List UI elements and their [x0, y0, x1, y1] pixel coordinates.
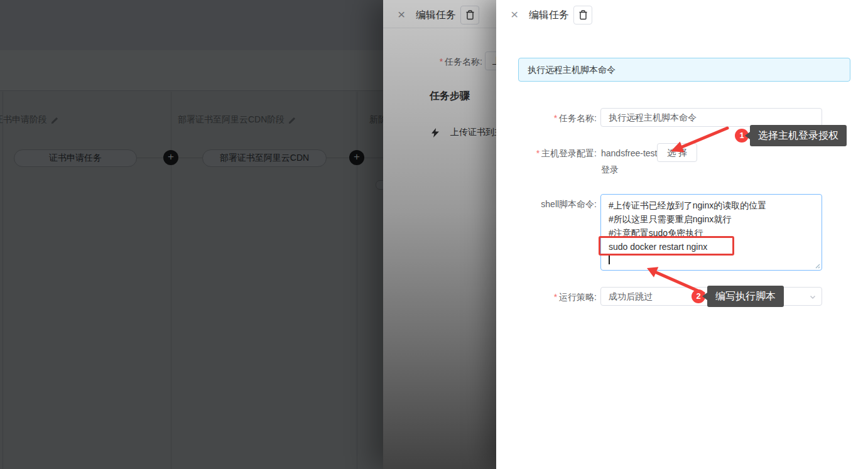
drawer-title: 编辑任务 — [529, 9, 569, 22]
run-policy-value: 成功后跳过 — [609, 291, 653, 301]
run-policy-label: *运行策略: — [496, 292, 597, 303]
shell-line: #所以这里只需要重启nginx就行 — [609, 212, 814, 226]
required-mark: * — [536, 148, 540, 158]
required-mark: * — [554, 113, 557, 123]
app-screen: 证书申请阶段 部署证书至阿里云CDN阶段 新阶段 证书申请任务 部署证书至阿里云… — [0, 0, 868, 469]
stage-title-text: 证书申请阶段 — [0, 114, 47, 126]
delete-task-button[interactable] — [573, 6, 592, 24]
task-pill-label: 部署证书至阿里云CDN — [220, 153, 309, 164]
required-mark: * — [440, 57, 443, 67]
shell-script-textarea[interactable]: #上传证书已经放到了nginx的读取的位置 #所以这里只需要重启nginx就行 … — [600, 194, 822, 271]
divider — [383, 28, 496, 28]
stage-divider — [3, 92, 3, 469]
text-cursor — [609, 254, 610, 264]
resize-grip-icon[interactable] — [814, 262, 820, 269]
edit-task-drawer: × 编辑任务 执行远程主机脚本命令 *任务名称: 执行远程主机脚本命令 *主机登… — [496, 0, 868, 469]
pipeline-editor-background: 证书申请阶段 部署证书至阿里云CDN阶段 新阶段 证书申请任务 部署证书至阿里云… — [0, 0, 383, 469]
shell-line: #注意配置sudo免密执行 — [609, 226, 814, 240]
task-step-item[interactable]: 上传证书到主 — [431, 127, 496, 138]
tooltip-arrow — [745, 132, 750, 139]
task-name-input[interactable]: 执行远程主机脚本命令 — [600, 108, 822, 127]
add-task-button[interactable]: + — [163, 150, 178, 165]
edit-pencil-icon[interactable] — [288, 116, 296, 124]
task-pill-deploy-cdn[interactable]: 部署证书至阿里云CDN — [202, 149, 327, 167]
shell-script-label: shell脚本命令: — [496, 199, 597, 210]
annotation-tooltip-2: 编写执行脚本 — [707, 286, 784, 307]
delete-task-button[interactable] — [460, 6, 479, 24]
pipeline-canvas: 证书申请阶段 部署证书至阿里云CDN阶段 新阶段 证书申请任务 部署证书至阿里云… — [0, 92, 383, 469]
edit-pencil-icon[interactable] — [51, 116, 59, 124]
stage-title-1: 证书申请阶段 — [0, 114, 59, 126]
pipeline-toolbar — [0, 50, 383, 91]
drawer-title: 编辑任务 — [416, 9, 456, 22]
task-pill-label: 证书申请任务 — [49, 153, 102, 164]
drawer-header: × 编辑任务 — [383, 0, 496, 30]
close-icon[interactable]: × — [398, 6, 405, 23]
task-name-label: *任务名称: — [496, 113, 597, 124]
lightning-icon — [431, 128, 439, 137]
trash-icon — [578, 10, 588, 20]
task-step-label: 上传证书到主 — [450, 127, 496, 138]
host-login-value: handsfree-test — [601, 148, 658, 158]
task-name-label: *任务名称: — [440, 57, 482, 68]
shell-line: sudo docker restart nginx — [609, 240, 814, 254]
required-mark: * — [554, 292, 557, 302]
page-top-header — [0, 0, 383, 50]
drawer-header: × 编辑任务 — [496, 0, 868, 30]
tooltip-arrow — [702, 293, 707, 300]
stage-title-2: 部署证书至阿里云CDN阶段 — [178, 114, 296, 126]
stage-title-text: 部署证书至阿里云CDN阶段 — [178, 114, 285, 126]
annotation-tooltip-1: 选择主机登录授权 — [750, 125, 847, 146]
edit-task-drawer-behind: × 编辑任务 *任务名称: 上 任务步骤 上传证书到主 — [383, 0, 496, 469]
task-pill-cert-request[interactable]: 证书申请任务 — [14, 149, 137, 167]
add-task-button[interactable]: + — [349, 150, 364, 165]
trash-icon — [465, 10, 475, 20]
select-host-button[interactable]: 选 择 — [657, 143, 697, 162]
host-login-label: *主机登录配置: — [496, 148, 597, 159]
stage-divider — [171, 92, 171, 469]
host-login-value-wrap: 登录 — [601, 164, 619, 176]
shell-line: #上传证书已经放到了nginx的读取的位置 — [609, 198, 814, 212]
close-icon[interactable]: × — [511, 6, 518, 23]
chevron-down-icon — [809, 293, 816, 301]
stage-divider — [357, 92, 357, 469]
task-name-input[interactable]: 上 — [485, 51, 496, 70]
task-type-alert: 执行远程主机脚本命令 — [518, 58, 850, 82]
task-steps-heading: 任务步骤 — [430, 90, 470, 103]
